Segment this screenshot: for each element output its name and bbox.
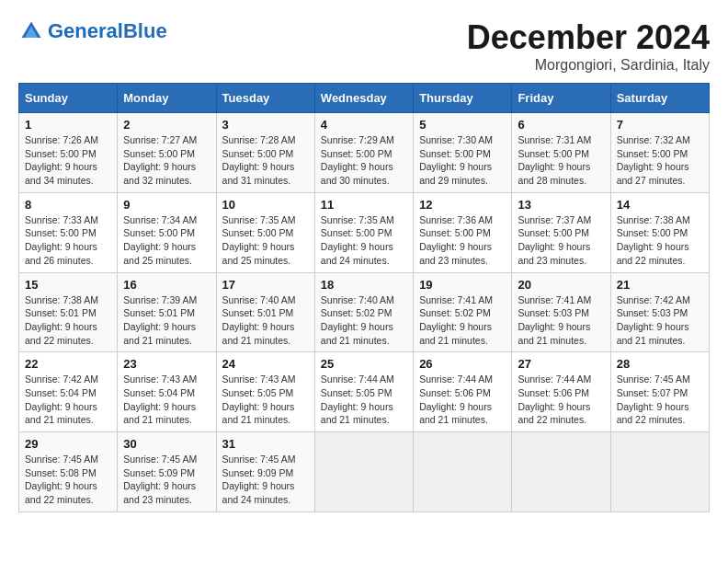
- day-number: 15: [25, 278, 111, 292]
- day-detail: Sunrise: 7:41 AMSunset: 5:02 PMDaylight:…: [419, 293, 506, 348]
- calendar-cell: 14Sunrise: 7:38 AMSunset: 5:00 PMDayligh…: [610, 192, 709, 272]
- day-number: 13: [518, 198, 604, 212]
- day-number: 27: [518, 357, 604, 371]
- weekday-header: Tuesday: [216, 84, 314, 113]
- day-detail: Sunrise: 7:39 AMSunset: 5:01 PMDaylight:…: [123, 293, 210, 348]
- calendar-week-row: 1Sunrise: 7:26 AMSunset: 5:00 PMDaylight…: [19, 113, 710, 193]
- day-number: 28: [617, 357, 703, 371]
- day-number: 9: [123, 198, 210, 212]
- day-number: 6: [518, 118, 604, 132]
- day-detail: Sunrise: 7:37 AMSunset: 5:00 PMDaylight:…: [518, 213, 604, 268]
- day-number: 30: [123, 437, 210, 451]
- day-number: 2: [123, 118, 210, 132]
- logo: GeneralBlue: [18, 18, 167, 44]
- calendar-cell: 23Sunrise: 7:43 AMSunset: 5:04 PMDayligh…: [118, 352, 216, 432]
- day-detail: Sunrise: 7:45 AMSunset: 5:08 PMDaylight:…: [25, 453, 111, 507]
- day-number: 11: [321, 198, 407, 212]
- calendar-cell: 15Sunrise: 7:38 AMSunset: 5:01 PMDayligh…: [19, 272, 118, 352]
- calendar-cell: 17Sunrise: 7:40 AMSunset: 5:01 PMDayligh…: [216, 272, 314, 352]
- calendar-cell: 22Sunrise: 7:42 AMSunset: 5:04 PMDayligh…: [19, 352, 118, 432]
- calendar-cell: 25Sunrise: 7:44 AMSunset: 5:05 PMDayligh…: [314, 352, 413, 432]
- day-detail: Sunrise: 7:45 AMSunset: 9:09 PMDaylight:…: [222, 453, 309, 507]
- calendar-cell: 13Sunrise: 7:37 AMSunset: 5:00 PMDayligh…: [512, 192, 610, 272]
- day-detail: Sunrise: 7:34 AMSunset: 5:00 PMDaylight:…: [123, 213, 210, 268]
- day-detail: Sunrise: 7:43 AMSunset: 5:05 PMDaylight:…: [222, 373, 309, 427]
- calendar-cell: 11Sunrise: 7:35 AMSunset: 5:00 PMDayligh…: [314, 192, 413, 272]
- day-detail: Sunrise: 7:30 AMSunset: 5:00 PMDaylight:…: [419, 133, 506, 188]
- day-number: 5: [419, 118, 506, 132]
- day-detail: Sunrise: 7:41 AMSunset: 5:03 PMDaylight:…: [518, 293, 604, 348]
- calendar-cell: 4Sunrise: 7:29 AMSunset: 5:00 PMDaylight…: [314, 113, 413, 193]
- calendar-cell: 6Sunrise: 7:31 AMSunset: 5:00 PMDaylight…: [512, 113, 610, 193]
- day-detail: Sunrise: 7:27 AMSunset: 5:00 PMDaylight:…: [123, 133, 210, 188]
- weekday-header: Thursday: [414, 84, 512, 113]
- day-number: 29: [25, 437, 111, 451]
- day-detail: Sunrise: 7:28 AMSunset: 5:00 PMDaylight:…: [222, 133, 309, 188]
- day-number: 3: [222, 118, 309, 132]
- day-detail: Sunrise: 7:31 AMSunset: 5:00 PMDaylight:…: [518, 133, 604, 188]
- calendar-week-row: 15Sunrise: 7:38 AMSunset: 5:01 PMDayligh…: [19, 272, 710, 352]
- calendar-cell: 3Sunrise: 7:28 AMSunset: 5:00 PMDaylight…: [216, 113, 314, 193]
- day-number: 20: [518, 278, 604, 292]
- calendar-cell: 2Sunrise: 7:27 AMSunset: 5:00 PMDaylight…: [118, 113, 216, 193]
- calendar-cell: 29Sunrise: 7:45 AMSunset: 5:08 PMDayligh…: [19, 432, 118, 512]
- calendar-cell: 12Sunrise: 7:36 AMSunset: 5:00 PMDayligh…: [414, 192, 512, 272]
- calendar-cell: 24Sunrise: 7:43 AMSunset: 5:05 PMDayligh…: [216, 352, 314, 432]
- calendar-cell: 19Sunrise: 7:41 AMSunset: 5:02 PMDayligh…: [414, 272, 512, 352]
- day-detail: Sunrise: 7:32 AMSunset: 5:00 PMDaylight:…: [617, 133, 703, 188]
- location-title: Morgongiori, Sardinia, Italy: [467, 57, 710, 74]
- calendar-cell: 26Sunrise: 7:44 AMSunset: 5:06 PMDayligh…: [414, 352, 512, 432]
- day-detail: Sunrise: 7:43 AMSunset: 5:04 PMDaylight:…: [123, 373, 210, 427]
- day-detail: Sunrise: 7:29 AMSunset: 5:00 PMDaylight:…: [321, 133, 407, 188]
- day-number: 21: [617, 278, 703, 292]
- day-number: 7: [617, 118, 703, 132]
- calendar-cell: 27Sunrise: 7:44 AMSunset: 5:06 PMDayligh…: [512, 352, 610, 432]
- calendar-cell: 30Sunrise: 7:45 AMSunset: 5:09 PMDayligh…: [118, 432, 216, 512]
- calendar-week-row: 8Sunrise: 7:33 AMSunset: 5:00 PMDaylight…: [19, 192, 710, 272]
- calendar-cell: 16Sunrise: 7:39 AMSunset: 5:01 PMDayligh…: [118, 272, 216, 352]
- month-title: December 2024: [467, 18, 710, 57]
- day-number: 18: [321, 278, 407, 292]
- calendar-cell: [414, 432, 512, 512]
- calendar-week-row: 29Sunrise: 7:45 AMSunset: 5:08 PMDayligh…: [19, 432, 710, 512]
- title-area: December 2024 Morgongiori, Sardinia, Ita…: [467, 18, 710, 74]
- day-detail: Sunrise: 7:38 AMSunset: 5:01 PMDaylight:…: [25, 293, 111, 348]
- day-detail: Sunrise: 7:42 AMSunset: 5:03 PMDaylight:…: [617, 293, 703, 348]
- day-number: 24: [222, 357, 309, 371]
- calendar-header-row: SundayMondayTuesdayWednesdayThursdayFrid…: [19, 84, 710, 113]
- page-header: GeneralBlue December 2024 Morgongiori, S…: [18, 18, 710, 74]
- day-detail: Sunrise: 7:44 AMSunset: 5:06 PMDaylight:…: [518, 373, 604, 427]
- calendar-cell: 18Sunrise: 7:40 AMSunset: 5:02 PMDayligh…: [314, 272, 413, 352]
- day-number: 26: [419, 357, 506, 371]
- day-detail: Sunrise: 7:42 AMSunset: 5:04 PMDaylight:…: [25, 373, 111, 427]
- logo-text: GeneralBlue: [48, 19, 167, 43]
- calendar-cell: 8Sunrise: 7:33 AMSunset: 5:00 PMDaylight…: [19, 192, 118, 272]
- day-number: 1: [25, 118, 111, 132]
- day-number: 10: [222, 198, 309, 212]
- day-detail: Sunrise: 7:35 AMSunset: 5:00 PMDaylight:…: [222, 213, 309, 268]
- day-number: 23: [123, 357, 210, 371]
- day-number: 25: [321, 357, 407, 371]
- calendar-cell: 1Sunrise: 7:26 AMSunset: 5:00 PMDaylight…: [19, 113, 118, 193]
- calendar-cell: 10Sunrise: 7:35 AMSunset: 5:00 PMDayligh…: [216, 192, 314, 272]
- day-number: 12: [419, 198, 506, 212]
- weekday-header: Sunday: [19, 84, 118, 113]
- weekday-header: Wednesday: [314, 84, 413, 113]
- logo-general: General: [48, 19, 123, 42]
- calendar-cell: [512, 432, 610, 512]
- calendar-cell: 7Sunrise: 7:32 AMSunset: 5:00 PMDaylight…: [610, 113, 709, 193]
- logo-blue: Blue: [123, 19, 167, 42]
- day-number: 31: [222, 437, 309, 451]
- calendar-cell: 5Sunrise: 7:30 AMSunset: 5:00 PMDaylight…: [414, 113, 512, 193]
- calendar-cell: [314, 432, 413, 512]
- day-number: 16: [123, 278, 210, 292]
- day-detail: Sunrise: 7:36 AMSunset: 5:00 PMDaylight:…: [419, 213, 506, 268]
- day-detail: Sunrise: 7:45 AMSunset: 5:07 PMDaylight:…: [617, 373, 703, 427]
- calendar-cell: 21Sunrise: 7:42 AMSunset: 5:03 PMDayligh…: [610, 272, 709, 352]
- calendar-cell: [610, 432, 709, 512]
- calendar-cell: 31Sunrise: 7:45 AMSunset: 9:09 PMDayligh…: [216, 432, 314, 512]
- day-detail: Sunrise: 7:38 AMSunset: 5:00 PMDaylight:…: [617, 213, 703, 268]
- weekday-header: Friday: [512, 84, 610, 113]
- calendar-cell: 9Sunrise: 7:34 AMSunset: 5:00 PMDaylight…: [118, 192, 216, 272]
- day-detail: Sunrise: 7:44 AMSunset: 5:05 PMDaylight:…: [321, 373, 407, 427]
